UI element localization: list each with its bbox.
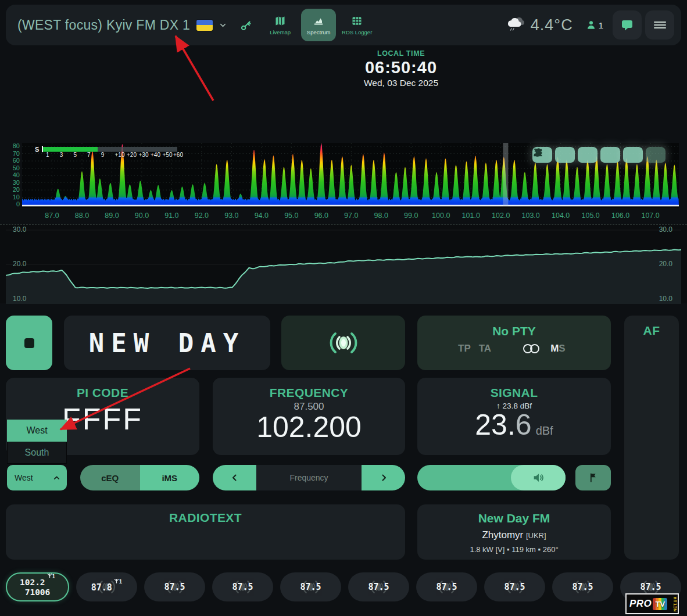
chevron-left-icon [230, 472, 240, 483]
frequency-value: 102.200 [213, 413, 405, 442]
spectrum-y-tick: 60 [0, 157, 20, 164]
station-name: NEW DAY [89, 328, 245, 358]
chat-button[interactable] [613, 10, 642, 40]
station-details-location: Zhytomyr [UKR] [417, 529, 611, 541]
clock-date: Wed, 03 Dec 2025 [314, 78, 488, 88]
speech-flag: S [559, 343, 565, 354]
antenna-option-south[interactable]: South [7, 442, 67, 464]
preset-button[interactable]: 87.81 [76, 572, 137, 601]
radiotext-label: RADIOTEXT [6, 504, 405, 525]
nav-rds-logger-button[interactable]: RDS Logger [339, 9, 374, 41]
spectrum-plot[interactable]: S 13579+10+20+30+40+50+60 A [22, 143, 679, 208]
vertical-scale-button[interactable] [578, 147, 597, 163]
person-icon [586, 20, 596, 30]
menu-button[interactable] [645, 10, 674, 40]
protv-netua-text: NET.UA [673, 596, 677, 611]
spectrum-x-tick: 91.0 [161, 212, 182, 220]
stop-button[interactable] [6, 316, 52, 370]
ceq-button[interactable]: cEQ [80, 465, 140, 490]
rds-flags-row: TP TA MS [417, 343, 611, 354]
weather-icon [505, 16, 526, 34]
pause-button[interactable] [623, 147, 643, 163]
preset-frequency: 87.5 [368, 582, 389, 592]
s-meter-scale-label: 1 [46, 152, 49, 158]
report-flag-button[interactable] [575, 465, 611, 490]
station-name-panel: NEW DAY [64, 316, 270, 370]
key-icon[interactable] [240, 19, 252, 31]
signal-panel: SIGNAL ↑ 23.8 dBf 23.6dBf [417, 378, 611, 455]
spectrum-x-tick: 107.0 [640, 212, 661, 220]
frequency-label: FREQUENCY [213, 378, 405, 400]
preset-frequency: 87.5 [164, 582, 185, 592]
preset-button[interactable]: 87.5 [348, 572, 409, 601]
antenna-selected-value: West [15, 473, 33, 482]
signal-value-decimal: 6 [516, 409, 532, 441]
preset-button[interactable]: 87.5 [212, 572, 273, 601]
preset-button[interactable]: 87.5 [144, 572, 205, 601]
spectrum-x-tick: 87.0 [41, 212, 62, 220]
frequency-input[interactable] [256, 465, 362, 490]
s-meter-scale-label: +20 [127, 152, 137, 158]
spectrum-y-tick: 20 [0, 186, 20, 193]
spectrum-x-tick: 104.0 [550, 212, 571, 220]
hamburger-icon [654, 20, 666, 30]
ims-button[interactable]: iMS [140, 465, 200, 490]
radiotext-panel: RADIOTEXT [6, 504, 405, 560]
spectrum-x-tick: 98.0 [371, 212, 392, 220]
auto-mode-button[interactable]: A [555, 147, 575, 163]
frequency-up-button[interactable] [362, 465, 405, 490]
stop-icon [24, 338, 34, 348]
s-meter-label: S [35, 146, 39, 153]
protv-tv-logo: TV [653, 598, 667, 610]
antenna-select[interactable]: West [7, 465, 67, 490]
nav-livemap-button[interactable]: Livemap [263, 9, 298, 41]
volume-slider[interactable] [417, 465, 566, 490]
signal-y-tick: 20.0 [13, 260, 26, 268]
chat-bubble-icon [620, 18, 634, 32]
spectrum-x-tick: 105.0 [580, 212, 601, 220]
s-meter-scale-label: +50 [163, 152, 173, 158]
antenna-icon [114, 578, 119, 583]
preset-pi-code: 71006 [25, 588, 51, 597]
chevron-down-icon [219, 21, 227, 30]
preset-frequency: 87.81 [91, 582, 123, 593]
flag-icon [588, 472, 599, 484]
signal-history-svg [6, 226, 681, 304]
spectrum-x-tick: 97.0 [341, 212, 362, 220]
graph-style-button[interactable] [600, 147, 620, 163]
local-clock: LOCAL TIME 06:50:40 Wed, 03 Dec 2025 [314, 49, 488, 88]
preset-button[interactable]: 87.5 [484, 572, 545, 601]
spectrum-y-axis: 01020304050607080 [0, 139, 20, 212]
table-grid-icon [351, 15, 363, 27]
spectrum-x-tick: 88.0 [71, 212, 92, 220]
tuner-name: (WEST focus) Kyiv FM DX 1 [17, 17, 190, 33]
protv-watermark: PRO TV NET.UA [625, 593, 679, 614]
s-meter-scale-label: +30 [139, 152, 149, 158]
nav-spectrum-button[interactable]: Spectrum [301, 9, 336, 41]
preset-button[interactable]: 87.5 [552, 572, 613, 601]
station-country: [UKR] [526, 531, 546, 540]
preset-button[interactable]: 102.2171006 [6, 572, 69, 601]
spectrum-y-tick: 10 [0, 194, 20, 200]
ta-flag: TA [479, 343, 491, 354]
nav-spectrum-label: Spectrum [307, 29, 331, 35]
tuner-select[interactable]: (WEST focus) Kyiv FM DX 1 [17, 17, 227, 33]
frequency-down-button[interactable] [213, 465, 256, 490]
nav-livemap-label: Livemap [270, 29, 291, 35]
signal-y-tick: 10.0 [13, 295, 26, 303]
volume-slider-thumb[interactable] [511, 465, 566, 490]
temperature-value: 4.4°C [531, 16, 573, 34]
preset-button[interactable]: 87.5 [280, 572, 341, 601]
spectrum-y-tick: 40 [0, 171, 20, 178]
signal-value: 23. [475, 409, 516, 441]
stereo-icon [521, 343, 541, 354]
spectrum-x-tick: 100.0 [431, 212, 452, 220]
s-meter-scale-label: 3 [60, 152, 63, 158]
spectrum-x-tick: 96.0 [311, 212, 332, 220]
refresh-button[interactable] [646, 147, 665, 163]
antenna-option-west[interactable]: West [7, 420, 67, 442]
spectrum-x-tick: 90.0 [131, 212, 152, 220]
signal-y-tick: 30.0 [659, 225, 672, 234]
preset-button[interactable]: 87.5 [416, 572, 477, 601]
broadcast-icon [321, 329, 366, 357]
